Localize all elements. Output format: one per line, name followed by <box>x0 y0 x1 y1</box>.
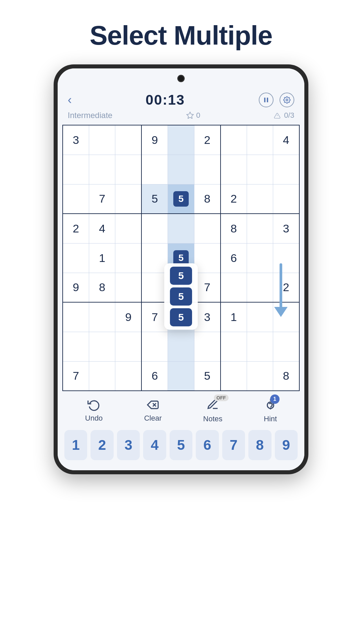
sudoku-cell[interactable] <box>194 243 220 273</box>
sudoku-cell[interactable] <box>141 332 168 361</box>
sudoku-cell[interactable] <box>247 273 273 302</box>
sudoku-cell[interactable] <box>221 273 247 302</box>
sudoku-cell[interactable]: 9 <box>63 273 89 302</box>
sudoku-cell[interactable] <box>168 155 194 184</box>
table-row[interactable]: 3924 <box>63 125 299 155</box>
sudoku-cell[interactable] <box>89 155 115 184</box>
sudoku-grid[interactable]: 392475582248315698572975317658 <box>62 125 300 391</box>
sudoku-cell[interactable] <box>247 155 273 184</box>
pause-button[interactable] <box>259 93 274 107</box>
numpad-8-button[interactable]: 8 <box>248 430 271 460</box>
sudoku-cell[interactable] <box>115 214 141 243</box>
sudoku-cell[interactable]: 2 <box>194 125 220 155</box>
numpad-5-button[interactable]: 5 <box>170 430 192 460</box>
sudoku-cell[interactable]: 8 <box>194 184 220 214</box>
sudoku-cell[interactable]: 2 <box>273 273 300 302</box>
sudoku-cell[interactable] <box>194 155 220 184</box>
back-button[interactable]: ‹ <box>68 93 72 107</box>
sudoku-cell[interactable] <box>115 155 141 184</box>
sudoku-cell[interactable]: 4 <box>273 125 300 155</box>
sudoku-cell[interactable] <box>273 243 300 273</box>
numpad-1-button[interactable]: 1 <box>64 430 87 460</box>
sudoku-cell[interactable] <box>221 361 247 391</box>
sudoku-cell[interactable]: 3 <box>63 125 89 155</box>
sudoku-cell[interactable] <box>89 361 115 391</box>
sudoku-cell[interactable]: 1 <box>89 243 115 273</box>
numpad-3-button[interactable]: 3 <box>117 430 140 460</box>
sudoku-cell[interactable] <box>221 155 247 184</box>
sudoku-cell[interactable]: 1 <box>221 302 247 332</box>
sudoku-cell[interactable] <box>141 243 168 273</box>
sudoku-cell[interactable]: 7 <box>89 184 115 214</box>
sudoku-cell[interactable]: 8 <box>89 273 115 302</box>
sudoku-cell[interactable] <box>115 184 141 214</box>
sudoku-cell[interactable]: 2 <box>221 184 247 214</box>
sudoku-cell[interactable] <box>168 332 194 361</box>
sudoku-cell[interactable]: 5 <box>194 361 220 391</box>
sudoku-cell[interactable] <box>168 361 194 391</box>
sudoku-cell[interactable] <box>89 332 115 361</box>
sudoku-cell[interactable]: 6 <box>221 243 247 273</box>
hint-button[interactable]: 1 Hint <box>264 398 277 423</box>
numpad-9-button[interactable]: 9 <box>275 430 298 460</box>
sudoku-cell[interactable]: 8 <box>221 214 247 243</box>
sudoku-cell[interactable] <box>247 361 273 391</box>
table-row[interactable]: 7658 <box>63 361 299 391</box>
sudoku-cell[interactable] <box>194 214 220 243</box>
sudoku-cell[interactable] <box>273 184 300 214</box>
sudoku-cell[interactable] <box>247 302 273 332</box>
sudoku-cell[interactable]: 3 <box>194 302 220 332</box>
settings-button[interactable] <box>280 93 294 107</box>
numpad-7-button[interactable]: 7 <box>222 430 245 460</box>
numpad-2-button[interactable]: 2 <box>90 430 113 460</box>
sudoku-cell[interactable]: 7 <box>141 302 168 332</box>
table-row[interactable]: 2483 <box>63 214 299 243</box>
sudoku-cell[interactable] <box>115 125 141 155</box>
undo-button[interactable]: Undo <box>85 398 103 423</box>
sudoku-cell[interactable] <box>89 302 115 332</box>
sudoku-cell[interactable] <box>247 332 273 361</box>
sudoku-cell[interactable]: 3 <box>273 214 300 243</box>
sudoku-cell[interactable] <box>115 332 141 361</box>
sudoku-cell[interactable] <box>115 273 141 302</box>
notes-button[interactable]: OFF Notes <box>203 398 222 423</box>
sudoku-cell[interactable] <box>63 155 89 184</box>
sudoku-cell[interactable] <box>194 332 220 361</box>
sudoku-cell[interactable] <box>63 184 89 214</box>
sudoku-cell[interactable] <box>273 302 300 332</box>
sudoku-cell[interactable] <box>63 332 89 361</box>
sudoku-cell[interactable] <box>247 184 273 214</box>
numpad-4-button[interactable]: 4 <box>143 430 166 460</box>
sudoku-cell[interactable] <box>247 214 273 243</box>
sudoku-cell[interactable] <box>168 125 194 155</box>
sudoku-cell[interactable] <box>273 155 300 184</box>
sudoku-cell[interactable]: 7 <box>194 273 220 302</box>
table-row[interactable] <box>63 332 299 361</box>
sudoku-cell[interactable] <box>247 243 273 273</box>
sudoku-cell[interactable]: 4 <box>89 214 115 243</box>
sudoku-cell[interactable]: 5 <box>141 184 168 214</box>
sudoku-cell[interactable] <box>221 125 247 155</box>
table-row[interactable]: 75582 <box>63 184 299 214</box>
sudoku-cell[interactable] <box>247 125 273 155</box>
sudoku-cell[interactable] <box>115 361 141 391</box>
sudoku-cell[interactable]: 7 <box>63 361 89 391</box>
sudoku-cell[interactable] <box>141 214 168 243</box>
sudoku-cell[interactable] <box>141 155 168 184</box>
sudoku-cell[interactable] <box>221 332 247 361</box>
sudoku-cell[interactable] <box>63 302 89 332</box>
sudoku-cell[interactable] <box>63 243 89 273</box>
sudoku-cell[interactable]: 6 <box>141 361 168 391</box>
sudoku-cell[interactable]: 9 <box>115 302 141 332</box>
sudoku-cell[interactable]: 5 <box>168 184 194 214</box>
table-row[interactable] <box>63 155 299 184</box>
sudoku-cell[interactable]: 9 <box>141 125 168 155</box>
sudoku-cell[interactable]: 2 <box>63 214 89 243</box>
sudoku-cell[interactable] <box>115 243 141 273</box>
sudoku-cell[interactable] <box>273 332 300 361</box>
sudoku-cell[interactable] <box>141 273 168 302</box>
numpad-6-button[interactable]: 6 <box>196 430 219 460</box>
sudoku-cell[interactable]: 8 <box>273 361 300 391</box>
sudoku-cell[interactable] <box>89 125 115 155</box>
clear-button[interactable]: Clear <box>144 398 162 423</box>
